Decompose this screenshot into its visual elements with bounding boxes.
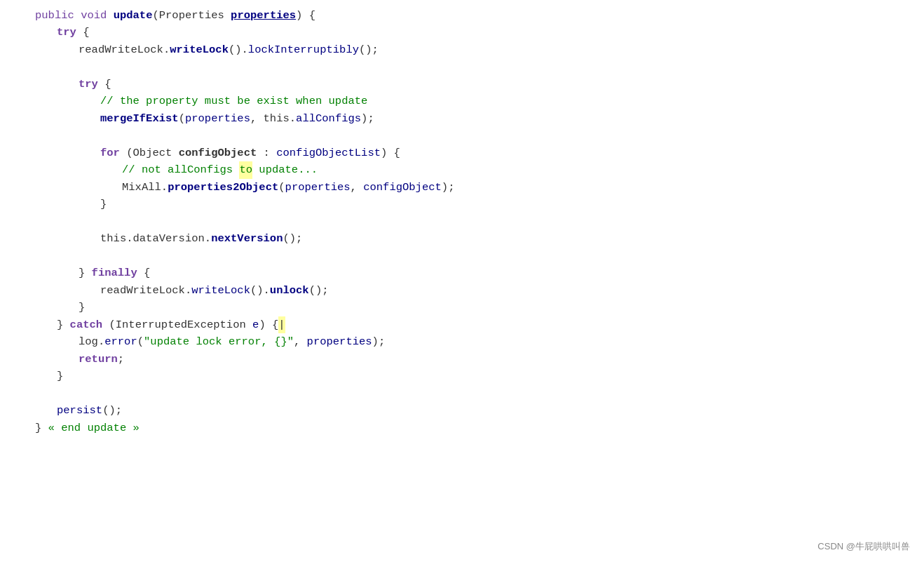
return-semi: ; (118, 351, 124, 368)
keyword-catch: catch (70, 316, 109, 333)
method-persist: persist (57, 402, 102, 419)
p2o-close: ); (442, 179, 455, 196)
code-line-11: MixAll.properties2Object(properties, con… (35, 179, 910, 196)
method-unlock: unlock (270, 282, 309, 299)
code-line-14: this.dataVersion.nextVersion(); (35, 230, 910, 247)
mixall-class: MixAll. (122, 179, 168, 196)
comment-property-exist: // the property must be exist when updat… (100, 93, 367, 109)
close-for: } (100, 196, 107, 213)
catch-end: ) { (259, 316, 278, 333)
string-error-msg: "update lock error, {}" (144, 333, 294, 350)
error-close: ); (372, 333, 386, 350)
cursor: | (278, 316, 285, 333)
brace-open2: { (104, 76, 111, 93)
keyword-try2: try (79, 76, 104, 93)
method-properties2object: properties2Object (168, 179, 278, 196)
persist-call: (); (102, 402, 122, 419)
error-open: ( (137, 333, 144, 350)
for-end: ) { (381, 145, 400, 161)
finally-open: { (144, 265, 150, 281)
comma2: , (351, 179, 364, 196)
log-ref: log. (79, 333, 104, 350)
code-viewer: public void update(Properties properties… (0, 0, 924, 562)
code-line-6: // the property must be exist when updat… (35, 93, 910, 109)
code-line-17: readWriteLock.writeLock().unlock(); (35, 282, 910, 299)
arg-properties3: properties (307, 333, 372, 350)
code-line-3: readWriteLock.writeLock().lockInterrupti… (35, 41, 910, 58)
var-configobject: configObject (179, 145, 257, 161)
type-object: Object (133, 145, 179, 161)
merge-call: ( (179, 110, 185, 127)
rwlock-ref2: readWriteLock. (100, 282, 191, 299)
code-line-1: public void update(Properties properties… (35, 7, 910, 24)
code-line-25: } « end update » (35, 420, 910, 436)
keyword-try: try (57, 24, 83, 41)
code-line-12: } (35, 196, 910, 213)
method-lockinterruptibly: lockInterruptibly (248, 41, 359, 58)
chain2: (). (250, 282, 270, 299)
var-configobjectlist: configObjectList (276, 145, 381, 161)
nextversion-call: (); (283, 230, 302, 247)
readwritelock-ref: readWriteLock. (79, 41, 170, 58)
code-line-blank4 (35, 248, 910, 265)
comment-update: update... (252, 161, 318, 178)
method-update: update (114, 7, 153, 24)
code-line-10: // not allConfigs to update... (35, 161, 910, 178)
keyword-void: void (81, 7, 114, 24)
var-e: e (252, 316, 259, 333)
param-properties: properties (231, 7, 296, 24)
code-line-5: try { (35, 76, 910, 93)
this-dataversion: this.dataVersion. (100, 230, 211, 247)
comma3: , (294, 333, 307, 350)
code-line-9: for (Object configObject : configObjectL… (35, 145, 910, 161)
arg-properties: properties (185, 110, 250, 127)
close-try-outer: } (57, 316, 70, 333)
arg-properties2: properties (285, 179, 351, 196)
code-line-19: } catch (InterruptedException e) {| (35, 316, 910, 333)
close-method: } (35, 420, 48, 436)
type-properties: Properties (159, 7, 231, 24)
code-line-24: persist(); (35, 402, 910, 419)
close-finally: } (79, 299, 85, 316)
unlock-end: (); (309, 282, 329, 299)
keyword-finally: finally (92, 265, 144, 281)
chain1-end: (); (359, 41, 379, 58)
code-line-18: } (35, 299, 910, 316)
chain1: (). (229, 41, 248, 58)
code-line-22: } (35, 368, 910, 384)
keyword-for: for (100, 145, 126, 161)
code-line-21: return; (35, 351, 910, 368)
p2o-open: ( (278, 179, 285, 196)
catch-paren: ( (109, 316, 115, 333)
field-allconfigs: allConfigs (296, 110, 361, 127)
code-line-20: log.error("update lock error, {}", prope… (35, 333, 910, 350)
comment-not-allconfigs: // not allConfigs (122, 161, 239, 178)
code-line-blank3 (35, 213, 910, 230)
paren-close-brace: ) { (296, 7, 315, 24)
colon-sep: : (257, 145, 276, 161)
code-line-blank1 (35, 58, 910, 75)
merge-end: ); (361, 110, 374, 127)
keyword-return: return (79, 351, 118, 368)
code-line-blank2 (35, 127, 910, 144)
code-line-blank5 (35, 385, 910, 402)
keyword-public: public (35, 7, 81, 24)
comment-end-update: « end update » (48, 420, 140, 436)
code-line-2: try { (35, 24, 910, 41)
method-writelock2: writeLock (191, 282, 250, 299)
method-mergeifexist: mergeIfExist (100, 110, 179, 127)
arg-configobject: configObject (363, 179, 442, 196)
type-interruptedexception: InterruptedException (116, 316, 252, 333)
comment-to: to (239, 161, 252, 178)
close-catch: } (57, 368, 63, 384)
comma1: , (250, 110, 264, 127)
method-nextversion: nextVersion (211, 230, 283, 247)
watermark: CSDN @牛屁哄哄叫兽 (817, 540, 910, 554)
this-allconfigs: this. (264, 110, 297, 127)
code-line-16: } finally { (35, 265, 910, 281)
code-line-7: mergeIfExist(properties, this.allConfigs… (35, 110, 910, 127)
brace-open: { (83, 24, 89, 41)
method-writelock: writeLock (170, 41, 229, 58)
method-error: error (104, 333, 137, 350)
close-try-inner: } (79, 265, 92, 281)
